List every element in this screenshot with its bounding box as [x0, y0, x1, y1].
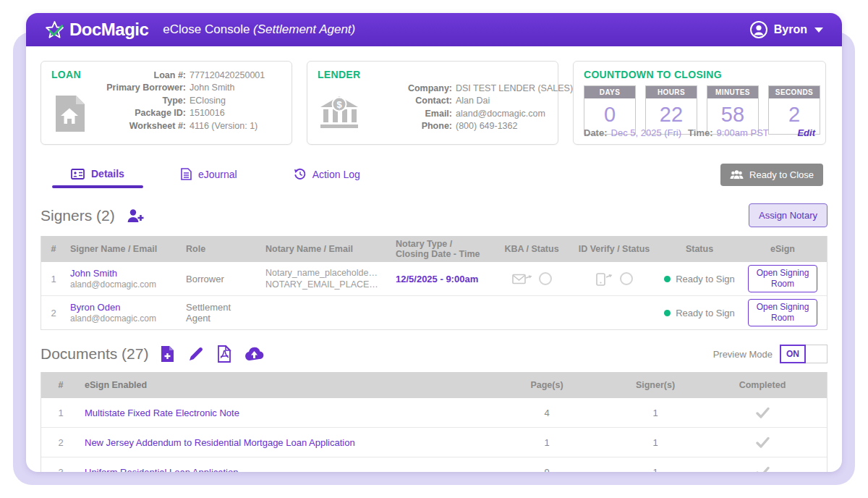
col-num: # — [47, 241, 61, 257]
ready-to-close-button[interactable]: Ready to Close — [720, 164, 823, 186]
id-card-icon — [71, 169, 85, 180]
lender-field: Company:DSI TEST LENDER (SALES) — [359, 83, 552, 94]
loan-field: Loan #:777120420250001 — [93, 70, 286, 81]
loan-field: Type:EClosing — [93, 96, 286, 106]
countdown-card: COUNTDOWN TO CLOSING DAYS 0 HOURS 22 MIN… — [573, 61, 826, 145]
loan-field: Worksheet #:4116 (Version: 1) — [93, 121, 286, 132]
assign-notary-button[interactable]: Assign Notary — [749, 203, 827, 227]
document-row: 3 Uniform Residential Loan Application 9… — [41, 457, 827, 472]
closing-datetime: Date: Dec 5, 2025 (Fri) Time: 9:00am PST… — [584, 127, 815, 138]
open-signing-room-button[interactable]: Open Signing Room — [748, 299, 817, 326]
col-doc-num: # — [54, 377, 68, 393]
signer-status: Ready to Sign — [656, 274, 743, 284]
signers-header: Signers (2) Assign Notary — [26, 203, 842, 227]
tab-ejournal-label: eJournal — [198, 169, 237, 180]
document-link[interactable]: Multistate Fixed Rate Electronic Note — [80, 408, 485, 418]
col-signer: Signer Name / Email — [66, 241, 182, 257]
col-esign: eSign — [766, 241, 799, 257]
doc-pages: 9 — [544, 467, 549, 473]
col-esign-enabled: eSign Enabled — [80, 377, 485, 393]
signers-table-header: # Signer Name / Email Role Notary Name /… — [41, 236, 827, 262]
tab-details-label: Details — [91, 168, 124, 180]
cloud-upload-icon[interactable] — [244, 347, 264, 361]
signers-title: Signers (2) — [41, 207, 115, 224]
signer-row: 1 John Smith aland@docmagic.com Borrower… — [41, 262, 827, 296]
lender-field: Phone:(800) 649-1362 — [359, 121, 552, 132]
lender-card-title: LENDER — [318, 69, 360, 80]
signer-name-link[interactable]: John Smith — [70, 268, 177, 279]
document-link[interactable]: Uniform Residential Loan Application — [80, 467, 485, 473]
brand-logo: DocMagic — [45, 20, 148, 40]
journal-doc-icon — [181, 168, 192, 180]
closing-date-link[interactable]: 12/5/2025 - 9:00am — [391, 269, 491, 289]
bank-icon: $ — [319, 93, 359, 132]
col-notary: Notary Name / Email — [261, 241, 391, 257]
signer-name-link[interactable]: Byron Oden — [70, 302, 177, 313]
preview-mode-label: Preview Mode — [713, 349, 773, 360]
ready-to-close-label: Ready to Close — [749, 169, 814, 180]
app-header: DocMagic eClose Console (Settlement Agen… — [26, 13, 842, 46]
group-icon — [730, 170, 744, 180]
loan-document-icon — [53, 95, 86, 135]
doc-pages: 1 — [544, 437, 549, 448]
user-name: Byron — [774, 23, 807, 36]
edit-closing-link[interactable]: Edit — [797, 127, 815, 138]
toggle-on-segment[interactable]: ON — [780, 345, 806, 363]
status-dot-icon — [664, 276, 671, 282]
col-role: Role — [182, 241, 261, 257]
documents-title: Documents (27) — [41, 345, 148, 363]
signer-status: Ready to Sign — [656, 308, 743, 318]
signer-row: 2 Byron Oden aland@docmagic.com Settleme… — [41, 296, 827, 329]
documents-table-header: # eSign Enabled Page(s) Signer(s) Comple… — [41, 372, 827, 398]
kba-status-ring-icon — [539, 272, 552, 285]
documents-table: # eSign Enabled Page(s) Signer(s) Comple… — [41, 372, 827, 472]
main-panel: DocMagic eClose Console (Settlement Agen… — [26, 13, 842, 472]
loan-field: Primary Borrower:John Smith — [93, 83, 286, 93]
user-menu[interactable]: Byron — [749, 20, 823, 39]
lender-card: LENDER $ Company:DSI TEST LENDER (SALE — [307, 61, 558, 145]
status-dot-icon — [664, 310, 671, 316]
doc-pages: 4 — [544, 408, 549, 418]
tab-bar: Details eJournal — [26, 164, 842, 189]
tab-ejournal[interactable]: eJournal — [162, 164, 256, 189]
edit-pencil-icon[interactable] — [188, 346, 204, 362]
completed-check-icon — [702, 407, 822, 418]
toggle-off-segment[interactable] — [806, 345, 827, 363]
lender-field: Email:aland@docmagic.com — [359, 109, 552, 119]
col-id-verify: ID Verify / Status — [574, 241, 655, 257]
add-document-icon[interactable] — [160, 345, 175, 363]
tab-action-log-label: Action Log — [312, 169, 360, 180]
signers-table: # Signer Name / Email Role Notary Name /… — [41, 236, 827, 330]
add-signer-icon[interactable] — [127, 208, 145, 223]
loan-card: LOAN Loan #:777120420250001 Primary Borr… — [41, 61, 292, 145]
col-pages: Page(s) — [526, 377, 567, 393]
kba-status-cell — [491, 272, 572, 285]
notary-name: Notary_name_placeholde… — [265, 267, 387, 279]
screen: DocMagic eClose Console (Settlement Agen… — [0, 0, 868, 498]
id-verify-ring-icon — [620, 272, 633, 285]
document-link[interactable]: New Jersey Addendum to Residential Mortg… — [80, 437, 485, 448]
status-text: Ready to Sign — [676, 274, 735, 284]
open-signing-room-button[interactable]: Open Signing Room — [748, 265, 817, 292]
lender-fields: Company:DSI TEST LENDER (SALES) Contact:… — [359, 81, 552, 134]
tab-action-log[interactable]: Action Log — [275, 164, 379, 189]
docmagic-star-icon — [45, 20, 64, 40]
envelope-send-icon[interactable] — [512, 273, 532, 285]
countdown-title: COUNTDOWN TO CLOSING — [584, 69, 722, 80]
page-title: eClose Console (Settlement Agent) — [163, 22, 355, 37]
console-title: eClose Console — [163, 22, 250, 36]
notary-email: NOTARY_EMAIL_PLACE… — [265, 279, 387, 290]
signer-role: Borrower — [182, 269, 261, 289]
pdf-file-icon[interactable] — [217, 345, 231, 363]
device-send-icon[interactable] — [595, 272, 613, 286]
tab-details[interactable]: Details — [52, 164, 143, 188]
signer-email: aland@docmagic.com — [70, 313, 177, 324]
documents-header: Documents (27) — [26, 345, 842, 363]
info-cards: LOAN Loan #:777120420250001 Primary Borr… — [26, 46, 842, 145]
documents-toolbar — [160, 345, 264, 363]
brand-name: DocMagic — [69, 20, 148, 40]
col-completed: Completed — [735, 377, 791, 393]
loan-field: Package ID:1510016 — [93, 108, 286, 119]
preview-mode-toggle[interactable]: ON — [780, 345, 827, 363]
doc-signers: 1 — [652, 437, 658, 448]
